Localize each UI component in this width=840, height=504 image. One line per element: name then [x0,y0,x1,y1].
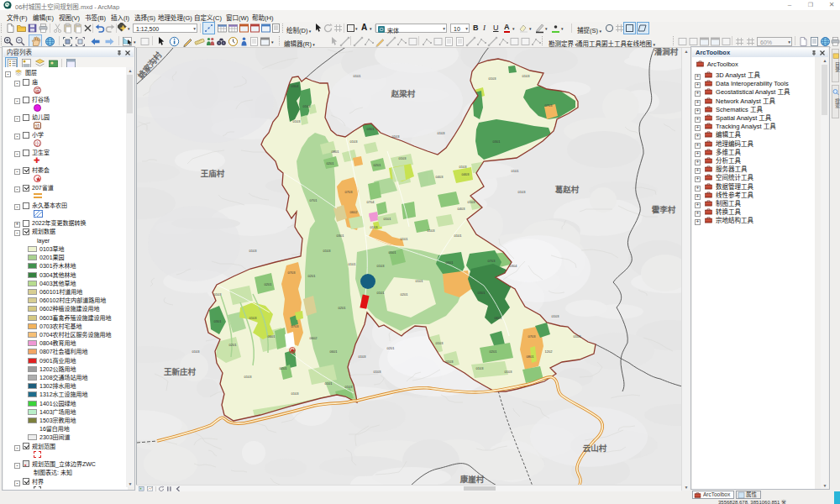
svg-text:0101: 0101 [325,381,333,386]
svg-text:0201: 0201 [327,161,335,165]
svg-text:葛赵村: 葛赵村 [554,185,580,194]
svg-text:0602: 0602 [310,336,318,340]
svg-text:0103: 0103 [468,200,476,204]
svg-text:0301: 0301 [493,139,501,144]
svg-text:康崖村: 康崖村 [459,475,485,484]
svg-text:赵梁村: 赵梁村 [391,89,416,98]
svg-text:0103: 0103 [359,354,367,359]
svg-text:0301: 0301 [214,319,223,323]
svg-text:0602: 0602 [350,210,359,214]
svg-text:0103: 0103 [374,370,382,374]
svg-text:0103: 0103 [249,316,258,320]
svg-text:0103: 0103 [370,225,379,229]
svg-text:0103: 0103 [399,156,407,160]
svg-text:0101: 0101 [512,169,520,173]
svg-text:0501: 0501 [389,250,397,255]
svg-text:王庙村: 王庙村 [201,169,225,178]
svg-text:0201: 0201 [387,346,396,350]
svg-text:0201: 0201 [229,343,238,347]
svg-text:0103: 0103 [574,334,582,339]
svg-text:0103: 0103 [428,228,436,233]
svg-text:0101: 0101 [349,262,357,266]
svg-text:0103: 0103 [192,349,201,354]
svg-text:0101: 0101 [401,237,409,241]
svg-text:0103: 0103 [249,249,258,253]
svg-text:0701: 0701 [310,198,318,202]
svg-text:0703: 0703 [345,190,354,194]
svg-text:0601: 0601 [495,316,503,320]
svg-text:0103: 0103 [518,190,527,194]
svg-text:0103: 0103 [214,292,223,297]
svg-text:0103: 0103 [392,134,401,139]
svg-text:0101: 0101 [454,234,463,238]
svg-text:0801: 0801 [332,150,340,154]
svg-text:0103: 0103 [436,341,444,345]
svg-text:0103: 0103 [244,375,253,379]
svg-text:0201: 0201 [374,163,382,167]
svg-text:0301: 0301 [478,291,486,295]
svg-text:云山村: 云山村 [583,444,607,453]
svg-text:0201: 0201 [339,306,347,310]
svg-text:0601: 0601 [268,334,276,339]
svg-text:0101: 0101 [416,279,424,283]
svg-text:0103: 0103 [303,104,312,108]
svg-text:1202: 1202 [545,349,554,354]
svg-text:0103: 0103 [291,391,300,396]
svg-text:0101: 0101 [354,74,362,78]
svg-text:0201: 0201 [401,292,409,297]
svg-text:0703: 0703 [545,103,554,108]
svg-text:0103: 0103 [293,119,302,123]
svg-text:0601: 0601 [330,349,339,354]
svg-text:0704: 0704 [367,200,375,204]
svg-text:霍李村: 霍李村 [652,205,676,214]
svg-text:0201: 0201 [280,366,288,370]
svg-text:0403: 0403 [462,172,470,176]
svg-text:0103: 0103 [459,165,468,169]
svg-text:0703: 0703 [528,334,537,339]
svg-text:0103: 0103 [522,74,531,78]
svg-text:0103: 0103 [446,360,454,364]
svg-text:0703: 0703 [291,324,300,328]
svg-text:0201: 0201 [308,274,317,278]
svg-text:0703: 0703 [288,270,297,275]
svg-text:0703: 0703 [488,259,496,263]
svg-text:王新庄村: 王新庄村 [164,367,197,376]
svg-text:0103: 0103 [350,139,359,144]
svg-text:0403: 0403 [436,175,444,179]
svg-text:0201: 0201 [265,282,273,286]
svg-text:潘涧村: 潘涧村 [654,48,679,56]
svg-text:0103: 0103 [505,370,513,374]
svg-text:0601: 0601 [446,260,454,265]
svg-text:0201: 0201 [490,349,498,354]
svg-text:0403: 0403 [458,207,466,211]
svg-text:0101: 0101 [384,217,392,221]
svg-text:0103: 0103 [489,76,497,81]
svg-text:0301: 0301 [367,127,375,131]
svg-text:0103: 0103 [438,131,446,135]
svg-text:0103: 0103 [552,314,560,318]
svg-text:0103: 0103 [377,264,386,268]
svg-text:0103: 0103 [323,249,332,253]
svg-text:0101: 0101 [377,291,386,295]
svg-text:0801: 0801 [527,354,535,359]
svg-text:0103: 0103 [345,385,354,389]
svg-text:0103: 0103 [476,366,485,370]
svg-text:0304: 0304 [291,84,300,88]
svg-text:0301: 0301 [337,234,345,238]
svg-text:0304: 0304 [510,264,518,268]
